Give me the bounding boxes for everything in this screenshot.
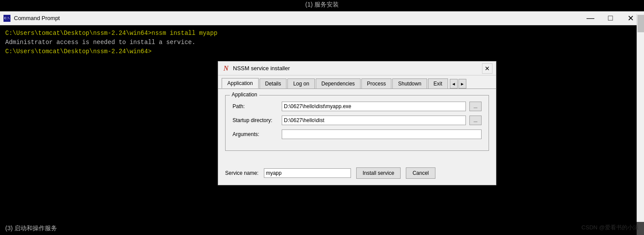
path-row: Path: ...: [233, 102, 482, 111]
minimize-button[interactable]: —: [580, 12, 600, 25]
startup-input[interactable]: [282, 116, 466, 125]
scrollbar-thumb[interactable]: [637, 15, 644, 32]
dialog-title: NSSM service installer: [233, 65, 290, 72]
startup-label: Startup directory:: [233, 117, 278, 123]
tab-prev-button[interactable]: ◄: [450, 79, 458, 89]
cmd-title: Command Prompt: [14, 15, 60, 21]
tab-exit[interactable]: Exit: [428, 78, 448, 89]
top-hint: (1) 服务安装: [0, 0, 644, 11]
args-input[interactable]: [282, 129, 482, 139]
cmd-window: (1) 服务安装 C:\ Command Prompt — □ ✕ C:\Use…: [0, 0, 644, 235]
path-input[interactable]: [282, 102, 466, 111]
cmd-titlebar: C:\ Command Prompt — □ ✕: [0, 11, 644, 25]
cmd-line-2: Administrator access is needed to instal…: [5, 38, 639, 47]
cmd-icon: C:\: [3, 15, 10, 22]
group-box-title: Application: [230, 92, 259, 98]
nssm-logo-icon: N: [222, 64, 230, 73]
cmd-line-4: C:\Users\tomcat\Desktop\nssm-2.24\win64>: [5, 47, 639, 56]
args-label: Arguments:: [233, 131, 278, 137]
tab-dependencies[interactable]: Dependencies: [316, 78, 361, 89]
cmd-scrollbar[interactable]: [637, 14, 644, 235]
startup-browse-button[interactable]: ...: [469, 116, 482, 125]
args-row: Arguments:: [233, 129, 482, 139]
dialog-titlebar-left: N NSSM service installer: [222, 64, 290, 73]
tab-logon[interactable]: Log on: [287, 78, 315, 89]
cancel-button[interactable]: Cancel: [406, 167, 435, 179]
install-service-button[interactable]: Install service: [356, 167, 401, 179]
dialog-titlebar: N NSSM service installer ✕: [218, 61, 496, 75]
path-label: Path:: [233, 103, 278, 109]
maximize-button[interactable]: □: [600, 12, 620, 25]
dialog-content: Application Path: ... Startup directory:…: [218, 89, 496, 164]
dialog-close-button[interactable]: ✕: [482, 63, 492, 74]
tab-bar: Application Details Log on Dependencies …: [218, 75, 496, 89]
tab-process[interactable]: Process: [361, 78, 391, 89]
service-name-label: Service name:: [225, 170, 259, 176]
service-name-input[interactable]: [264, 168, 351, 178]
cmd-body: C:\Users\tomcat\Desktop\nssm-2.24\win64>…: [0, 25, 644, 60]
path-browse-button[interactable]: ...: [469, 102, 482, 111]
tab-details[interactable]: Details: [260, 78, 287, 89]
dialog-bottom: Service name: Install service Cancel: [218, 164, 496, 185]
bottom-hint: (3) 启动和操作服务: [0, 222, 644, 235]
tab-shutdown[interactable]: Shutdown: [392, 78, 427, 89]
cmd-titlebar-left: C:\ Command Prompt: [3, 15, 60, 22]
cmd-line-1: C:\Users\tomcat\Desktop\nssm-2.24\win64>…: [5, 29, 639, 38]
tab-application[interactable]: Application: [222, 78, 259, 89]
cmd-controls: — □ ✕: [580, 12, 641, 25]
tab-next-button[interactable]: ►: [459, 79, 466, 89]
application-group: Application Path: ... Startup directory:…: [225, 95, 489, 151]
nssm-dialog: N NSSM service installer ✕ Application D…: [218, 61, 496, 185]
startup-row: Startup directory: ...: [233, 116, 482, 125]
